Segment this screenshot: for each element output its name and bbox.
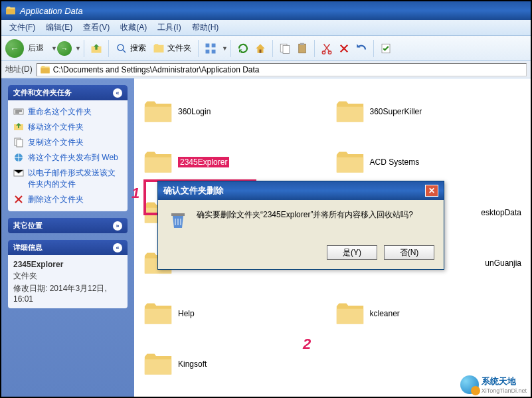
search-button[interactable]: 搜索 bbox=[113, 43, 149, 54]
task-rename[interactable]: 重命名这个文件夹 bbox=[13, 104, 122, 120]
svg-rect-3 bbox=[206, 49, 210, 53]
svg-rect-4 bbox=[212, 49, 216, 53]
folders-button[interactable]: 文件夹 bbox=[150, 43, 194, 54]
task-delete[interactable]: 删除这个文件夹 bbox=[13, 192, 122, 207]
other-panel-header[interactable]: 其它位置 » bbox=[8, 218, 128, 233]
tasks-panel: 文件和文件夹任务 « 重命名这个文件夹 移动这个文件夹 复制这个文件夹 将这个文… bbox=[8, 85, 128, 211]
address-path: C:\Documents and Settings\Administrator\… bbox=[53, 65, 260, 74]
folder-item[interactable]: ACD Systems bbox=[333, 137, 525, 187]
views-button[interactable] bbox=[204, 42, 217, 55]
separator bbox=[230, 40, 231, 57]
globe-icon bbox=[460, 375, 479, 394]
views-dropdown-icon[interactable]: ▼ bbox=[220, 45, 226, 52]
separator bbox=[272, 40, 273, 57]
home-icon[interactable] bbox=[254, 42, 267, 55]
confirm-delete-dialog: 确认文件夹删除 ✕ 确实要删除文件夹“2345Explorer”并将所有内容移入… bbox=[157, 181, 444, 270]
task-publish[interactable]: 将这个文件夹发布到 Web bbox=[13, 150, 122, 165]
separator bbox=[84, 40, 84, 57]
dialog-message: 确实要删除文件夹“2345Explorer”并将所有内容移入回收站吗? bbox=[197, 209, 413, 231]
expand-icon[interactable]: » bbox=[113, 221, 122, 231]
refresh-icon[interactable] bbox=[236, 42, 250, 55]
undo-icon[interactable] bbox=[355, 42, 368, 55]
details-name: 2345Explorer bbox=[13, 259, 122, 270]
back-dropdown-icon[interactable]: ▼ bbox=[49, 45, 56, 52]
titlebar: Application Data bbox=[1, 1, 531, 20]
collapse-icon[interactable]: « bbox=[113, 243, 122, 252]
collapse-icon[interactable]: « bbox=[113, 88, 122, 98]
no-button[interactable]: 否(N) bbox=[384, 245, 434, 260]
tasks-panel-header[interactable]: 文件和文件夹任务 « bbox=[8, 85, 128, 100]
separator bbox=[108, 40, 109, 57]
svg-point-11 bbox=[328, 50, 331, 54]
task-copy[interactable]: 复制这个文件夹 bbox=[13, 135, 122, 150]
separator bbox=[373, 40, 374, 57]
svg-point-10 bbox=[322, 50, 325, 54]
svg-rect-15 bbox=[17, 140, 23, 147]
close-icon[interactable]: ✕ bbox=[425, 185, 438, 197]
copy-icon[interactable] bbox=[278, 42, 292, 55]
folder-item[interactable]: 360Login bbox=[141, 86, 333, 137]
other-panel: 其它位置 » bbox=[8, 218, 128, 233]
svg-rect-5 bbox=[260, 49, 262, 52]
details-panel-header[interactable]: 详细信息 « bbox=[8, 240, 128, 255]
menu-edit[interactable]: 编辑(E) bbox=[41, 21, 78, 35]
address-bar: 地址(D) C:\Documents and Settings\Administ… bbox=[1, 61, 531, 78]
forward-dropdown-icon[interactable]: ▼ bbox=[73, 45, 80, 52]
folder-item[interactable]: kcleaner bbox=[333, 288, 525, 339]
menu-view[interactable]: 查看(V) bbox=[78, 21, 115, 35]
folder-icon bbox=[5, 5, 16, 16]
up-button[interactable] bbox=[90, 42, 103, 55]
folder-icon bbox=[40, 64, 50, 75]
paste-icon[interactable] bbox=[296, 42, 309, 55]
menu-favorites[interactable]: 收藏(A) bbox=[115, 21, 152, 35]
svg-rect-8 bbox=[299, 44, 306, 53]
toolbar: ← 后退 ▼ → ▼ 搜索 文件夹 ▼ bbox=[1, 36, 531, 61]
folder-item[interactable]: 360SuperKiller bbox=[333, 86, 525, 137]
svg-rect-7 bbox=[283, 45, 290, 53]
cut-icon[interactable] bbox=[320, 42, 333, 55]
address-input[interactable]: C:\Documents and Settings\Administrator\… bbox=[37, 63, 527, 76]
svg-point-0 bbox=[118, 45, 124, 50]
yes-button[interactable]: 是(Y) bbox=[327, 245, 377, 260]
delete-icon[interactable] bbox=[337, 42, 351, 55]
annotation-num-2: 2 bbox=[303, 336, 311, 353]
task-move[interactable]: 移动这个文件夹 bbox=[13, 120, 122, 135]
separator bbox=[314, 40, 315, 57]
watermark: 系统天地XiTongTianDi.net bbox=[460, 375, 527, 394]
forward-button[interactable]: → bbox=[57, 41, 72, 56]
menu-file[interactable]: 文件(F) bbox=[4, 21, 41, 35]
properties-icon[interactable] bbox=[379, 42, 393, 55]
recycle-bin-icon bbox=[167, 209, 189, 231]
folder-item[interactable]: Help bbox=[141, 288, 333, 339]
back-button[interactable]: ← bbox=[5, 39, 24, 58]
svg-rect-9 bbox=[300, 43, 304, 45]
details-panel: 详细信息 « 2345Explorer 文件夹 修改日期: 2014年3月12日… bbox=[8, 240, 128, 308]
back-label: 后退 bbox=[25, 43, 48, 54]
folder-item-selected[interactable]: 1 2345Explorer bbox=[141, 137, 333, 187]
separator bbox=[198, 40, 199, 57]
menu-help[interactable]: 帮助(H) bbox=[187, 21, 224, 35]
details-modified: 修改日期: 2014年3月12日, 16:01 bbox=[13, 282, 122, 304]
details-type: 文件夹 bbox=[13, 270, 122, 282]
svg-rect-1 bbox=[206, 43, 210, 47]
svg-rect-18 bbox=[171, 213, 185, 216]
address-label: 地址(D) bbox=[5, 64, 33, 75]
window-title: Application Data bbox=[20, 6, 83, 16]
menu-tools[interactable]: 工具(I) bbox=[152, 21, 186, 35]
svg-rect-2 bbox=[212, 43, 216, 47]
task-email[interactable]: 以电子邮件形式发送该文件夹内的文件 bbox=[13, 165, 122, 192]
menu-bar: 文件(F) 编辑(E) 查看(V) 收藏(A) 工具(I) 帮助(H) bbox=[1, 20, 531, 36]
dialog-titlebar[interactable]: 确认文件夹删除 ✕ bbox=[158, 181, 444, 200]
dialog-title: 确认文件夹删除 bbox=[163, 185, 224, 197]
sidebar: 文件和文件夹任务 « 重命名这个文件夹 移动这个文件夹 复制这个文件夹 将这个文… bbox=[1, 78, 134, 397]
